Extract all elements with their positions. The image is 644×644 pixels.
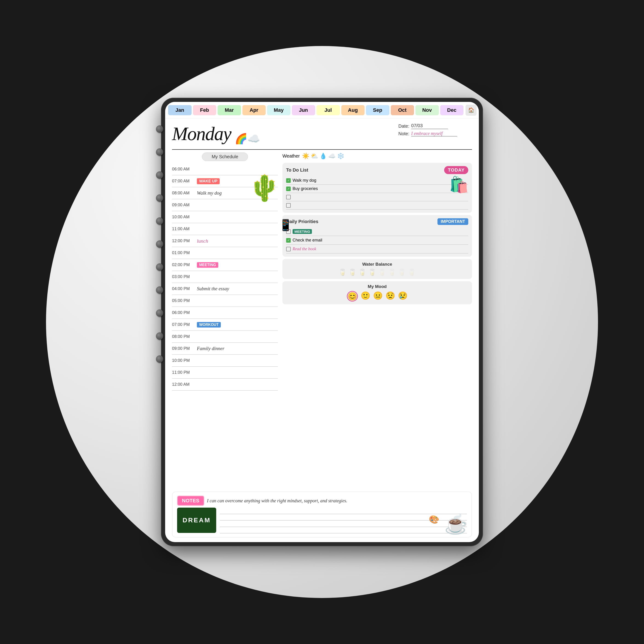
glass-4[interactable]: 🥛: [368, 269, 376, 276]
dinner-entry: Family dinner: [195, 346, 278, 351]
tab-apr[interactable]: Apr: [242, 105, 266, 115]
tab-jan[interactable]: Jan: [168, 105, 192, 115]
time-slot-1200: 12:00 PM lunch: [172, 235, 278, 247]
date-value: 07/03: [411, 123, 448, 129]
glass-6[interactable]: 🥛: [388, 269, 396, 276]
marble-background: Jan Feb Mar Apr May Jun Jul: [46, 46, 598, 598]
priority-item-2: ✓ Check the email: [286, 236, 468, 245]
cloud-icon: ☁️: [328, 152, 336, 160]
tab-feb[interactable]: Feb: [193, 105, 216, 115]
time-label: 06:00 AM: [172, 167, 195, 172]
spiral-rings: [156, 125, 163, 363]
todo-title: To Do List: [286, 167, 308, 173]
time-label: 11:00 AM: [172, 227, 195, 231]
tablet-screen: Jan Feb Mar Apr May Jun Jul: [165, 102, 479, 542]
tab-sep[interactable]: Sep: [366, 105, 389, 115]
glass-2[interactable]: 🥛: [348, 269, 357, 276]
todo-header: To Do List TODAY: [286, 166, 468, 174]
weather-label: Weather: [282, 153, 300, 159]
checkbox-2[interactable]: ✓: [286, 187, 291, 191]
tab-oct[interactable]: Oct: [391, 105, 414, 115]
today-badge: TODAY: [444, 166, 468, 174]
date-line: Date: 07/03: [398, 123, 472, 129]
mood-happy[interactable]: 😊: [347, 291, 358, 302]
notes-content: DREAM: [177, 508, 467, 533]
priority-checkbox-3[interactable]: [286, 247, 291, 251]
tab-may[interactable]: May: [267, 105, 290, 115]
meeting-priority-badge: MEETING: [293, 229, 312, 234]
main-layout: My Schedule 06:00 AM 07:00 AM WAKE UP: [172, 152, 472, 490]
time-slot-0900pm: 09:00 PM Family dinner: [172, 343, 278, 355]
tab-dec[interactable]: Dec: [440, 105, 464, 115]
time-label: 12:00 PM: [172, 239, 195, 243]
glass-7[interactable]: 🥛: [398, 269, 406, 276]
todo-card: To Do List TODAY ✓ Walk my dog ✓ Buy gro…: [282, 163, 472, 213]
priority-checkbox-2[interactable]: ✓: [286, 238, 291, 243]
tab-aug[interactable]: Aug: [341, 105, 365, 115]
tab-mar[interactable]: Mar: [218, 105, 241, 115]
home-button[interactable]: 🏠: [466, 105, 477, 116]
time-label: 10:00 PM: [172, 358, 195, 363]
grocery-bag-sticker: 🛍️: [449, 175, 469, 194]
time-slot-0200pm: 02:00 PM MEETING: [172, 259, 278, 271]
todo-item-1: ✓ Walk my dog: [286, 176, 468, 185]
priority-item-1: MEETING: [286, 227, 468, 236]
spiral-ring: [156, 332, 163, 340]
checkbox-1[interactable]: ✓: [286, 178, 291, 183]
mood-neutral[interactable]: 😐: [373, 291, 383, 302]
glass-5[interactable]: 🥛: [378, 269, 386, 276]
tab-jul[interactable]: Jul: [316, 105, 340, 115]
glass-3[interactable]: 🥛: [358, 269, 366, 276]
water-balance-card: Water Balance 🥛 🥛 🥛 🥛 🥛 🥛 🥛 🥛: [282, 259, 472, 279]
time-label: 08:00 PM: [172, 334, 195, 339]
glass-8[interactable]: 🥛: [408, 269, 416, 276]
time-slot-1100pm: 11:00 PM: [172, 367, 278, 379]
phone-sticker: 📱: [279, 219, 293, 232]
rain-icon: 💧: [319, 152, 327, 160]
notes-line: [220, 527, 467, 533]
weather-icons: ☀️ ⛅ 💧 ☁️ ❄️: [302, 152, 344, 160]
planner-header: Monday 🌈☁️ Date: 07/03 Note: I embrace m…: [172, 123, 472, 145]
planner-content: Monday 🌈☁️ Date: 07/03 Note: I embrace m…: [165, 118, 479, 542]
checkbox-3[interactable]: [286, 195, 291, 199]
wakeup-sticker: WAKE UP: [197, 178, 220, 184]
mood-sad[interactable]: 😟: [385, 291, 395, 302]
checkbox-4[interactable]: [286, 203, 291, 208]
todo-text-2: Buy groceries: [293, 186, 318, 191]
time-slot-0800pm: 08:00 PM: [172, 331, 278, 343]
spiral-ring: [156, 171, 163, 179]
time-label: 01:00 PM: [172, 250, 195, 255]
todo-item-2: ✓ Buy groceries: [286, 185, 468, 193]
note-label: Note:: [398, 131, 409, 136]
time-label: 07:00 AM: [172, 179, 195, 184]
meeting-sticker: MEETING: [197, 262, 218, 268]
time-label: 08:00 AM: [172, 191, 195, 195]
time-slot-1200am: 12:00 AM: [172, 379, 278, 391]
time-label: 02:00 PM: [172, 262, 195, 267]
tablet-device: Jan Feb Mar Apr May Jun Jul: [161, 98, 483, 546]
spiral-ring: [156, 148, 163, 156]
mood-card: My Mood 😊 🙂 😐 😟 😢: [282, 281, 472, 304]
todo-text-1: Walk my dog: [293, 178, 316, 183]
time-label: 09:00 AM: [172, 203, 195, 207]
priority-item-3: Read the book: [286, 245, 468, 253]
time-label: 11:00 PM: [172, 370, 195, 375]
notes-line: [220, 508, 467, 514]
notes-section: NOTES I can can overcome anything with t…: [172, 492, 472, 538]
time-slot-0100pm: 01:00 PM: [172, 247, 278, 259]
month-navigation: Jan Feb Mar Apr May Jun Jul: [165, 102, 479, 118]
time-label: 05:00 PM: [172, 298, 195, 303]
time-slot-0300pm: 03:00 PM: [172, 271, 278, 283]
mood-options: 😊 🙂 😐 😟 😢: [286, 291, 468, 302]
glass-1[interactable]: 🥛: [339, 269, 347, 276]
mood-cry[interactable]: 😢: [398, 291, 408, 302]
tab-jun[interactable]: Jun: [292, 105, 315, 115]
spiral-ring: [156, 125, 163, 133]
day-title: Monday: [172, 123, 231, 145]
water-glasses: 🥛 🥛 🥛 🥛 🥛 🥛 🥛 🥛: [286, 269, 468, 276]
essay-entry: Submit the essay: [195, 286, 278, 292]
mood-smile[interactable]: 🙂: [361, 291, 370, 302]
tab-nov[interactable]: Nov: [415, 105, 439, 115]
sun-icon: ☀️: [302, 152, 309, 160]
time-label: 12:00 AM: [172, 382, 195, 387]
